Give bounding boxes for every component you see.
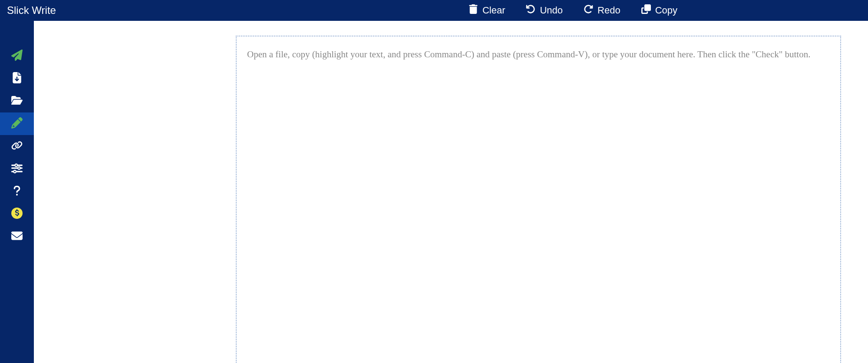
layout: Open a file, copy (highlight your text, … [0, 21, 868, 363]
link-icon [11, 140, 23, 153]
sidebar-item-donate[interactable] [0, 203, 34, 225]
envelope-icon [11, 230, 23, 243]
folder-open-icon [11, 95, 23, 108]
sidebar-item-check[interactable] [0, 45, 34, 67]
brand-title: Slick Write [7, 4, 56, 16]
sidebar-item-link[interactable] [0, 135, 34, 158]
sidebar-item-open[interactable] [0, 90, 34, 112]
redo-label: Redo [597, 5, 620, 16]
copy-icon [641, 4, 651, 16]
trash-icon [469, 4, 478, 16]
clear-label: Clear [482, 5, 505, 16]
document-editor[interactable]: Open a file, copy (highlight your text, … [236, 36, 841, 363]
sidebar-item-help[interactable] [0, 180, 34, 203]
main-content: Open a file, copy (highlight your text, … [34, 21, 868, 363]
sliders-icon [11, 162, 23, 175]
copy-label: Copy [655, 5, 677, 16]
redo-button[interactable]: Redo [584, 4, 620, 16]
header: Slick Write Clear Undo Redo Copy [0, 0, 868, 21]
sidebar-item-file[interactable] [0, 67, 34, 90]
sidebar-item-edit[interactable] [0, 112, 34, 135]
pencil-icon [11, 117, 23, 130]
redo-icon [584, 4, 593, 16]
undo-button[interactable]: Undo [526, 4, 563, 16]
toolbar: Clear Undo Redo Copy [469, 4, 677, 16]
undo-icon [526, 4, 535, 16]
sidebar-item-settings[interactable] [0, 158, 34, 180]
dollar-circle-icon [11, 208, 23, 221]
sidebar [0, 21, 34, 363]
sidebar-item-contact[interactable] [0, 225, 34, 248]
question-icon [11, 185, 23, 198]
copy-button[interactable]: Copy [641, 4, 677, 16]
clear-button[interactable]: Clear [469, 4, 505, 16]
paper-plane-icon [11, 50, 23, 63]
file-download-icon [11, 72, 23, 85]
undo-label: Undo [540, 5, 563, 16]
